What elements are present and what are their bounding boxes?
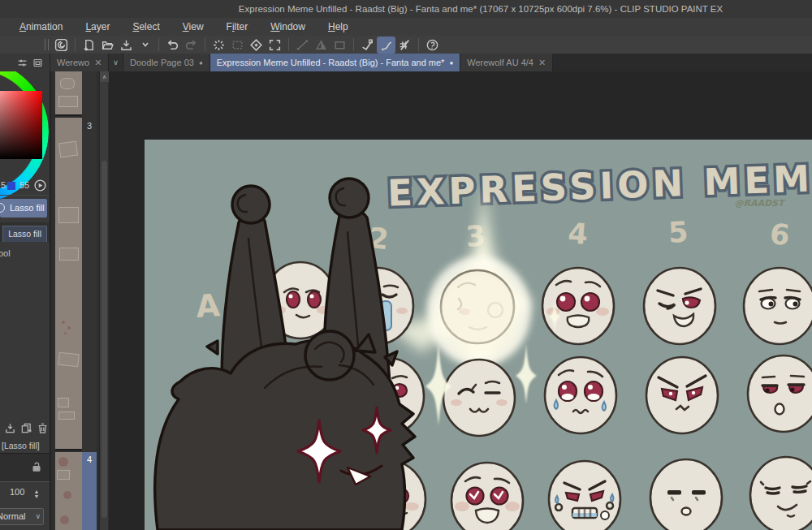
workspace: EXPRESSION MEME @RAADST A 2 3 4 5 6: [109, 71, 812, 530]
page-thumbnail[interactable]: [55, 452, 82, 530]
blend-mode-value: Normal: [0, 509, 25, 524]
modified-dot-icon: ●: [199, 59, 203, 67]
clear-burst-icon[interactable]: [209, 37, 228, 54]
lock-icon[interactable]: [31, 461, 42, 472]
snap-to-ruler-icon[interactable]: [358, 37, 377, 54]
redo-icon[interactable]: [182, 37, 201, 54]
left-dock: 5 55 Lasso fill Lasso fill ool [Lasso fi…: [0, 71, 50, 530]
select-polygon-icon[interactable]: [312, 37, 330, 54]
toolbar-grip[interactable]: [45, 39, 49, 50]
face-r3c5: [650, 459, 722, 530]
open-file-icon[interactable]: [98, 37, 117, 54]
color-swatch[interactable]: [7, 182, 15, 190]
menu-bar: AnimationLayerSelectViewFilterWindowHelp: [0, 18, 812, 36]
tab-expression-meme[interactable]: Expression Meme Unfilled - Raadst (Big) …: [210, 54, 460, 71]
opacity-stepper[interactable]: ▲▼: [32, 487, 41, 502]
tab-label: Werewolf AU 4/4: [467, 58, 533, 67]
tab-werewolf-au[interactable]: Werewolf AU 4/4 ✕: [460, 54, 553, 71]
sub-tool-lasso-fill[interactable]: Lasso fill: [0, 199, 47, 218]
new-file-icon[interactable]: [80, 37, 98, 54]
snap-to-grid-icon[interactable]: [395, 37, 414, 54]
undo-icon[interactable]: [163, 37, 182, 54]
column-label-4: 4: [567, 217, 589, 251]
color-value-clipped: 5: [1, 180, 6, 190]
menu-layer[interactable]: Layer: [74, 18, 121, 36]
panel-divider: [0, 195, 50, 196]
toolbar-separator: [353, 38, 354, 51]
column-label-5: 5: [667, 215, 689, 248]
how-to-use-icon[interactable]: [423, 37, 442, 54]
tab-label: Doodle Page 03: [130, 58, 194, 67]
face-r1c4: [542, 268, 614, 344]
lock-panel: [0, 453, 50, 482]
page-thumbnail[interactable]: [55, 118, 82, 450]
modified-dot-icon: ●: [449, 59, 453, 67]
menu-select[interactable]: Select: [121, 18, 171, 36]
color-value-row: 5 55: [0, 179, 50, 193]
toolbar-separator: [75, 38, 76, 51]
tool-property-tab[interactable]: Lasso fill: [2, 226, 47, 242]
canvas-artwork: EXPRESSION MEME @RAADST A 2 3 4 5 6: [145, 140, 812, 530]
saturation-value-square[interactable]: [0, 91, 42, 159]
palette-command-icons: [0, 422, 50, 437]
tab-werewo[interactable]: Werewo ✕: [50, 54, 109, 71]
panel-dock-icon[interactable]: [32, 58, 43, 68]
row-label-A: A: [195, 287, 222, 325]
menu-help[interactable]: Help: [317, 18, 360, 36]
color-set-icon[interactable]: [33, 179, 47, 192]
page-number-selected[interactable]: 4: [82, 452, 97, 530]
menu-animation[interactable]: Animation: [8, 18, 74, 36]
toolbar-separator: [158, 38, 159, 51]
scroll-up-icon[interactable]: ∧: [100, 71, 109, 82]
save-file-icon[interactable]: [117, 37, 136, 54]
page-number[interactable]: 3: [82, 119, 97, 132]
opacity-value: 100: [10, 487, 24, 497]
color-value: 55: [19, 180, 29, 190]
tab-label: Expression Meme Unfilled - Raadst (Big) …: [217, 58, 445, 67]
column-label-6: 6: [768, 218, 791, 252]
toolbar-separator: [288, 38, 289, 51]
close-icon[interactable]: ✕: [94, 58, 102, 68]
menu-view[interactable]: View: [171, 18, 215, 36]
artist-signature: @RAADST: [734, 198, 786, 209]
menu-window[interactable]: Window: [259, 18, 317, 36]
tab-doodle-page[interactable]: Doodle Page 03 ●: [123, 54, 210, 71]
tab-list-chevron-icon[interactable]: ∨: [109, 54, 123, 71]
face-r1c5: [644, 268, 715, 344]
toolbar-separator: [418, 38, 419, 51]
clip-studio-paint-window: Expression Meme Unfilled - Raadst (Big) …: [0, 0, 812, 530]
duplicate-icon[interactable]: [20, 422, 32, 434]
toolbar-separator: [205, 38, 205, 51]
main-area: 5 55 Lasso fill Lasso fill ool [Lasso fi…: [0, 71, 812, 530]
page-thumbnail[interactable]: [55, 71, 82, 116]
truncated-tool-label: ool: [0, 248, 11, 258]
strip-scrollbar[interactable]: ∧: [99, 71, 108, 530]
face-r3c4: [549, 461, 620, 530]
canvas[interactable]: EXPRESSION MEME @RAADST A 2 3 4 5 6: [145, 140, 812, 530]
trash-icon[interactable]: [37, 422, 49, 434]
save-options-chevron-icon[interactable]: [136, 37, 154, 54]
register-settings-icon[interactable]: [4, 422, 16, 434]
thumbnail-lane: [55, 71, 82, 530]
snap-to-special-ruler-icon[interactable]: [377, 37, 395, 54]
crop-icon[interactable]: [266, 37, 284, 54]
sliders-icon[interactable]: [17, 58, 28, 68]
face-r3c6: [750, 457, 812, 530]
blend-mode-select[interactable]: Normal ∨: [0, 508, 44, 525]
tool-property-tab-row: Lasso fill: [0, 222, 50, 242]
clip-studio-logo-icon[interactable]: [52, 37, 71, 54]
menu-filter[interactable]: Filter: [215, 18, 260, 36]
close-icon[interactable]: ✕: [538, 58, 546, 68]
chevron-down-icon: ∨: [35, 509, 41, 524]
canvas-tab-bar: Werewo ✕ ∨ Doodle Page 03 ● Expression M…: [0, 54, 812, 71]
fill-icon[interactable]: [247, 37, 266, 54]
sub-tool-label: Lasso fill: [10, 203, 45, 213]
face-r2c5: [646, 357, 718, 433]
command-bar: [0, 36, 812, 54]
deselect-icon[interactable]: [228, 37, 247, 54]
scrollbar-handle[interactable]: [102, 161, 107, 518]
title-bar: Expression Meme Unfilled - Raadst (Big) …: [0, 0, 812, 18]
select-rectangle-icon[interactable]: [330, 37, 349, 54]
opacity-row: 100 ▲▼: [0, 487, 50, 502]
select-line-icon[interactable]: [293, 37, 312, 54]
